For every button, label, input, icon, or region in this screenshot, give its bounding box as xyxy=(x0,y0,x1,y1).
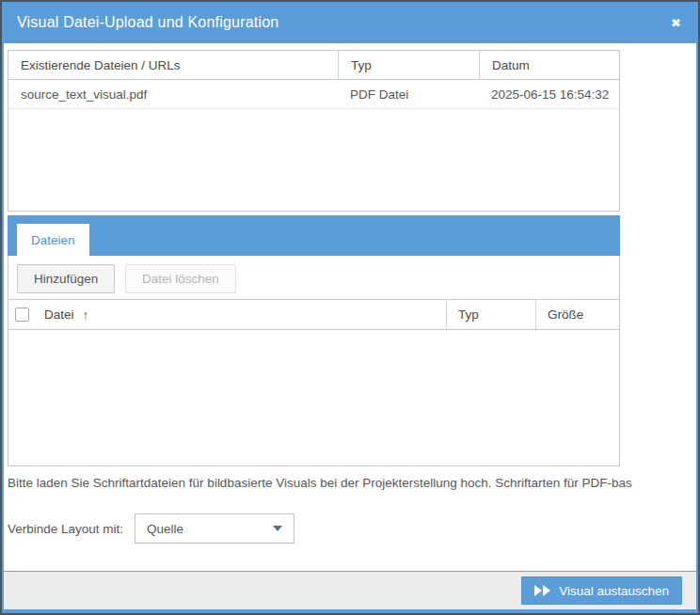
existing-files-header-row: Existierende Dateien / URLs Typ Datum xyxy=(8,51,619,80)
existing-files-grid: Existierende Dateien / URLs Typ Datum so… xyxy=(8,50,620,212)
upload-grid-header-row: Datei ↑ Typ Größe xyxy=(8,300,619,330)
select-all-checkbox[interactable] xyxy=(15,308,29,322)
dialog-title: Visual Datei-Upload und Konfiguration xyxy=(17,14,669,31)
font-upload-hint: Bitte laden Sie Schriftartdateien für bi… xyxy=(8,476,694,490)
upload-grid-body xyxy=(8,330,619,465)
header-groesse[interactable]: Größe xyxy=(535,300,619,329)
existing-file-row[interactable]: source_text_visual.pdf PDF Datei 2025-06… xyxy=(8,80,619,109)
sort-ascending-icon: ↑ xyxy=(83,308,89,323)
swap-visual-button[interactable]: Visual austauschen xyxy=(521,576,682,605)
layout-select-label: Verbinde Layout mit: xyxy=(8,522,123,536)
tab-dateien[interactable]: Dateien xyxy=(17,224,89,256)
add-file-button[interactable]: Hinzufügen xyxy=(17,264,115,293)
file-date: 2025-06-15 16:54:32 xyxy=(479,87,619,102)
dialog-footer: Visual austauschen xyxy=(4,571,696,609)
layout-select-dropdown[interactable]: Quelle xyxy=(135,513,294,544)
tabstrip: Dateien xyxy=(8,215,620,256)
layout-select-row: Verbinde Layout mit: Quelle xyxy=(8,513,692,544)
select-all-cell xyxy=(8,300,39,329)
visual-upload-dialog: Visual Datei-Upload und Konfiguration ✖ … xyxy=(0,0,700,615)
dialog-titlebar: Visual Datei-Upload und Konfiguration ✖ xyxy=(2,2,698,43)
swap-visual-button-label: Visual austauschen xyxy=(559,584,669,598)
file-name: source_text_visual.pdf xyxy=(8,87,338,102)
header-datei[interactable]: Datei ↑ xyxy=(39,300,446,329)
delete-file-button[interactable]: Datei löschen xyxy=(125,264,236,293)
dialog-body: Existierende Dateien / URLs Typ Datum so… xyxy=(4,43,696,571)
header-datum: Datum xyxy=(479,51,619,79)
chevron-down-icon xyxy=(273,526,282,531)
header-typ: Typ xyxy=(338,51,479,79)
tab-dateien-label: Dateien xyxy=(31,233,75,247)
file-type: PDF Datei xyxy=(338,87,479,102)
layout-select-value: Quelle xyxy=(147,522,273,536)
close-icon[interactable]: ✖ xyxy=(669,13,683,33)
upload-panel: Hinzufügen Datei löschen Datei ↑ Typ Grö… xyxy=(8,256,620,466)
header-existing-files: Existierende Dateien / URLs xyxy=(8,51,338,79)
header-typ2[interactable]: Typ xyxy=(446,300,535,329)
header-datei-label: Datei xyxy=(44,308,74,322)
fast-forward-icon xyxy=(534,585,550,596)
upload-toolbar: Hinzufügen Datei löschen xyxy=(8,256,619,300)
